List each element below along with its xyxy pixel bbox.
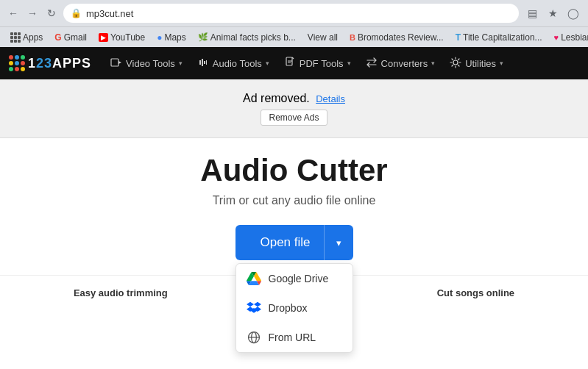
address-bar[interactable]: 🔒 mp3cut.net xyxy=(63,4,519,23)
lock-icon: 🔒 xyxy=(71,8,82,18)
bookmark-viewall[interactable]: View all xyxy=(303,31,342,44)
bookmark-viewall-label: View all xyxy=(308,32,338,43)
dropdown-fromurl-label: From URL xyxy=(269,332,316,343)
nav-converters[interactable]: Converters ▾ xyxy=(358,47,443,79)
nav-pdf-tools-label: PDF Tools xyxy=(300,58,344,69)
dropdown-googledrive[interactable]: Google Drive xyxy=(236,264,353,293)
page-subtitle: Trim or cut any audio file online xyxy=(213,194,376,207)
utilities-chevron: ▾ xyxy=(500,60,503,67)
bookmark-bromo[interactable]: B Bromodates Review... xyxy=(345,31,448,44)
gmail-icon: G xyxy=(54,32,61,43)
remove-ads-button[interactable]: Remove Ads xyxy=(261,110,327,126)
open-file-dropdown: Google Drive Dropbox xyxy=(235,263,353,353)
refresh-button[interactable]: ↻ xyxy=(44,6,59,21)
bookmark-youtube-label: YouTube xyxy=(110,32,145,43)
ad-removed-row: Ad removed. Details xyxy=(243,92,345,105)
animal-icon: 🌿 xyxy=(198,32,208,42)
bookmark-lesbian[interactable]: ♥ Lesbian Sugar Mom... xyxy=(550,31,588,44)
forward-button[interactable]: → xyxy=(25,6,40,21)
nav-video-tools[interactable]: Video Tools ▾ xyxy=(103,47,190,79)
extensions-button[interactable]: ▤ xyxy=(523,4,541,22)
youtube-icon: ▶ xyxy=(99,33,108,42)
bookmark-maps[interactable]: ● Maps xyxy=(152,31,191,44)
bookmark-gmail-label: Gmail xyxy=(64,32,87,43)
utilities-icon xyxy=(450,57,461,71)
dropdown-googledrive-label: Google Drive xyxy=(269,273,329,284)
dropdown-dropbox[interactable]: Dropbox xyxy=(236,293,353,323)
url-icon xyxy=(247,330,261,345)
bookmarks-bar: Apps G Gmail ▶ YouTube ● Maps 🌿 Animal f… xyxy=(0,26,588,47)
open-file-button[interactable]: Open file ▾ xyxy=(235,225,353,260)
logo-dots xyxy=(9,55,25,71)
bookmark-bromo-label: Bromodates Review... xyxy=(358,32,444,43)
dropdown-fromurl[interactable]: From URL xyxy=(236,323,353,352)
nav-pdf-tools[interactable]: PDF Tools ▾ xyxy=(277,47,358,79)
nav-actions: ▤ ★ ◯ xyxy=(523,4,582,22)
bookmark-animal-label: Animal facts picks b... xyxy=(210,32,296,43)
nav-video-tools-label: Video Tools xyxy=(126,58,175,69)
audio-tools-chevron: ▾ xyxy=(266,60,269,67)
browser-nav-bar: ← → ↻ 🔒 mp3cut.net ▤ ★ ◯ xyxy=(0,0,588,26)
bookmark-youtube[interactable]: ▶ YouTube xyxy=(94,31,149,44)
bromo-icon: B xyxy=(350,33,355,42)
nav-audio-tools-label: Audio Tools xyxy=(213,58,262,69)
nav-audio-tools[interactable]: Audio Tools ▾ xyxy=(190,47,277,79)
svg-marker-1 xyxy=(118,61,121,64)
bookmark-apps[interactable]: Apps xyxy=(6,31,47,44)
logo-text: 123APPS xyxy=(28,56,91,71)
nav-utilities[interactable]: Utilities ▾ xyxy=(442,47,511,79)
profile-button[interactable]: ◯ xyxy=(564,4,582,22)
pdf-tools-icon xyxy=(284,57,296,71)
audio-tools-icon xyxy=(197,57,209,71)
feature-trimming: Easy audio trimming xyxy=(74,287,168,298)
open-file-label: Open file xyxy=(235,235,324,250)
bookmark-animal[interactable]: 🌿 Animal facts picks b... xyxy=(194,31,300,44)
bookmark-maps-label: Maps xyxy=(164,32,185,43)
bookmark-apps-label: Apps xyxy=(23,32,43,43)
dropbox-icon xyxy=(247,301,261,315)
googledrive-icon xyxy=(247,271,261,286)
nav-converters-label: Converters xyxy=(381,58,428,69)
dropdown-dropbox-label: Dropbox xyxy=(269,302,308,314)
bookmark-gmail[interactable]: G Gmail xyxy=(50,31,91,44)
bookmark-lesbian-label: Lesbian Sugar Mom... xyxy=(561,32,588,43)
pdf-tools-chevron: ▾ xyxy=(347,60,351,67)
ad-area: Ad removed. Details Remove Ads xyxy=(0,79,588,138)
browser-chrome: ← → ↻ 🔒 mp3cut.net ▤ ★ ◯ xyxy=(0,0,588,47)
bookmark-button[interactable]: ★ xyxy=(544,4,562,22)
video-tools-chevron: ▾ xyxy=(179,60,183,67)
open-file-container: Open file ▾ Google Drive xyxy=(235,225,353,260)
bookmark-titlecap[interactable]: T Title Capitalization... xyxy=(451,31,547,44)
feature-cut: Cut songs online xyxy=(437,287,514,298)
page-title: Audio Cutter xyxy=(200,153,387,188)
nav-utilities-label: Utilities xyxy=(465,58,496,69)
main-content: Audio Cutter Trim or cut any audio file … xyxy=(0,138,588,298)
maps-icon: ● xyxy=(157,32,162,43)
apps-grid-icon xyxy=(10,32,21,43)
lesbian-icon: ♥ xyxy=(554,33,559,42)
url-text: mp3cut.net xyxy=(86,8,511,19)
converters-icon xyxy=(366,57,378,71)
bookmark-titlecap-label: Title Capitalization... xyxy=(463,32,542,43)
converters-chevron: ▾ xyxy=(431,60,435,67)
app-logo[interactable]: 123APPS xyxy=(9,55,91,71)
svg-rect-0 xyxy=(111,59,118,66)
ad-removed-text: Ad removed. xyxy=(243,92,310,104)
video-tools-icon xyxy=(110,57,122,71)
titlecap-icon: T xyxy=(456,32,461,43)
open-file-chevron-icon: ▾ xyxy=(324,225,353,260)
svg-point-3 xyxy=(453,60,458,65)
app-navbar: 123APPS Video Tools ▾ Audio Tools ▾ xyxy=(0,47,588,79)
back-button[interactable]: ← xyxy=(6,6,21,21)
ad-details-link[interactable]: Details xyxy=(316,93,345,104)
